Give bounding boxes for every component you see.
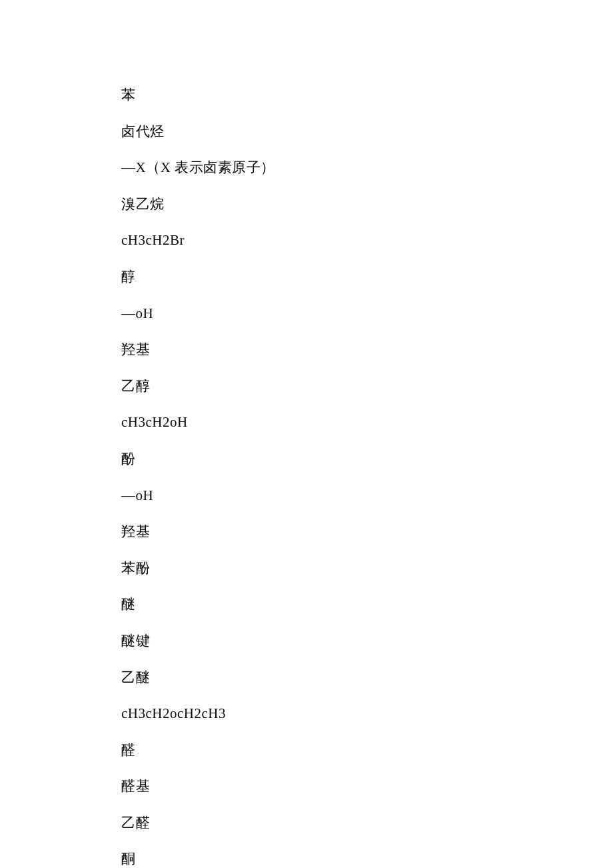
text-line: cH3cH2Br bbox=[121, 222, 613, 259]
text-line: 醇 bbox=[121, 259, 613, 295]
text-line: 苯 bbox=[121, 77, 613, 113]
text-line: 乙醇 bbox=[121, 368, 613, 405]
text-line: 苯酚 bbox=[121, 550, 613, 587]
text-line: 溴乙烷 bbox=[121, 186, 613, 223]
text-line: 酚 bbox=[121, 441, 613, 477]
text-line: 醚 bbox=[121, 586, 613, 623]
text-line: cH3cH2oH bbox=[121, 404, 613, 441]
text-line: —oH bbox=[121, 477, 613, 514]
text-line: —oH bbox=[121, 295, 613, 332]
text-line: 乙醚 bbox=[121, 659, 613, 696]
text-line: 醛基 bbox=[121, 768, 613, 805]
text-line: 醚键 bbox=[121, 623, 613, 659]
text-line: 卤代烃 bbox=[121, 113, 613, 150]
text-line: cH3cH2ocH2cH3 bbox=[121, 695, 613, 732]
text-line: 羟基 bbox=[121, 513, 613, 550]
text-line: —X（X 表示卤素原子） bbox=[121, 149, 613, 186]
text-line: 羟基 bbox=[121, 331, 613, 368]
text-line: 醛 bbox=[121, 732, 613, 769]
text-line: 酮 bbox=[121, 841, 613, 868]
text-line: 乙醛 bbox=[121, 805, 613, 841]
